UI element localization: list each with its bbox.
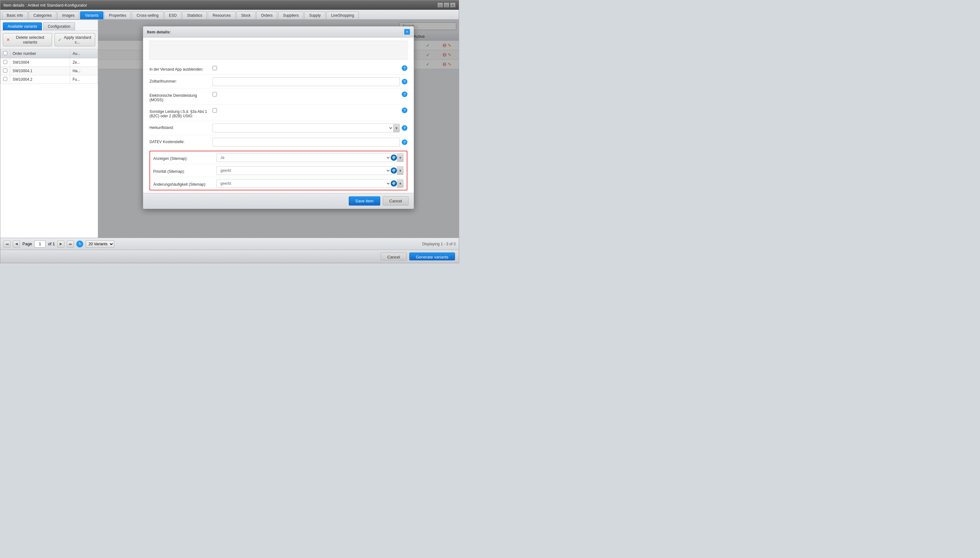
select-anderung-wrapper: geerbt 🌍 ▼ <box>216 179 404 188</box>
label-versand-app: In der Versand App ausblenden: <box>149 65 213 72</box>
modal-close-button[interactable]: × <box>404 29 410 34</box>
restore-button[interactable]: □ <box>444 3 449 8</box>
delete-variants-button[interactable]: ✕ Delete selected variants <box>3 33 52 46</box>
select-herkunftsland-wrapper: ▼ <box>213 123 400 132</box>
col-col2: Au... <box>70 49 98 58</box>
bottom-bar: ⏮ ◀ Page 1 of 1 ▶ ⏭ ↻ 20 Variants Displa… <box>0 238 459 249</box>
tab-stock[interactable]: Stock <box>236 11 255 19</box>
anzeigen-dropdown-arrow[interactable]: ▼ <box>397 153 403 162</box>
window-title: Item details : Artikel mit Standard-Konf… <box>3 3 87 8</box>
checkbox-sonstige[interactable] <box>213 108 217 113</box>
tab-statistics[interactable]: Statistics <box>182 11 207 19</box>
apply-standard-button[interactable]: ✓ Apply standard c... <box>54 33 95 46</box>
order-number-cell: SW10004.2 <box>10 75 70 84</box>
label-prioritat-sitemap: Priorität (Sitemap): <box>153 167 216 174</box>
label-elektronische: Elektronische Dienstleistung (MOSS): <box>149 92 213 102</box>
select-prioritat-sitemap[interactable]: geerbt <box>217 166 391 175</box>
modal-title: Item details: <box>147 30 171 34</box>
label-zolltarifnummer: Zolltarifnummer: <box>149 77 213 84</box>
help-icon-herkunftsland[interactable]: ? <box>402 125 407 131</box>
label-anzeigen-sitemap: Anzeigen (Sitemap): <box>153 154 216 161</box>
page-number-input[interactable]: 1 <box>34 241 45 248</box>
select-anderung-sitemap[interactable]: geerbt <box>217 179 391 188</box>
tab-suppliers[interactable]: Suppliers <box>278 11 303 19</box>
select-anzeigen-sitemap[interactable]: Ja Nein <box>217 153 391 162</box>
modal-body[interactable]: In der Versand App ausblenden: ? Zolltar… <box>143 38 414 193</box>
help-icon-zolltarifnummer[interactable]: ? <box>402 79 407 84</box>
form-row-zolltarifnummer: Zolltarifnummer: ? <box>149 75 407 89</box>
per-page-select[interactable]: 20 Variants <box>86 241 114 248</box>
tab-categories[interactable]: Categories <box>29 11 56 19</box>
of-label: of 1 <box>48 241 55 246</box>
form-row-versand-app: In der Versand App ausblenden: ? <box>149 63 407 75</box>
help-icon-versand-app[interactable]: ? <box>402 65 407 71</box>
form-row-anderung-sitemap: Änderungshäufigkeit (Sitemap): geerbt 🌍 … <box>150 177 407 190</box>
input-zolltarifnummer[interactable] <box>213 77 400 86</box>
tab-variants[interactable]: Variants <box>80 11 103 19</box>
prioritat-dropdown-arrow[interactable]: ▼ <box>397 166 403 175</box>
control-sonstige: ? <box>213 108 407 113</box>
apply-label: Apply standard c... <box>63 35 92 44</box>
footer-cancel-button[interactable]: Cancel <box>381 253 406 260</box>
tab-orders[interactable]: Orders <box>256 11 277 19</box>
next-page-button[interactable]: ▶ <box>57 241 64 248</box>
tab-resources[interactable]: Resources <box>208 11 235 19</box>
form-section: In der Versand App ausblenden: ? Zolltar… <box>143 63 414 149</box>
form-row-datev: DATEV Kostenstelle: ? <box>149 135 407 149</box>
subtab-configuration[interactable]: Configuration <box>43 22 75 30</box>
toolbar-row: ✕ Delete selected variants ✓ Apply stand… <box>0 30 98 49</box>
modal-header: Item details: × <box>143 26 414 38</box>
tab-basic-info[interactable]: Basic info <box>2 11 28 19</box>
subtab-available-variants[interactable]: Available variants <box>3 22 42 30</box>
tab-esd[interactable]: ESD <box>164 11 182 19</box>
control-prioritat-sitemap: geerbt 🌍 ▼ <box>216 166 404 175</box>
col2-cell: Ha... <box>70 67 98 75</box>
form-row-sonstige: Sonstige Leistung i.S.d. §3a Abs 1 (B2C)… <box>149 105 407 121</box>
tab-cross-selling[interactable]: Cross-selling <box>132 11 163 19</box>
help-icon-sonstige[interactable]: ? <box>402 108 407 113</box>
first-page-button[interactable]: ⏮ <box>3 241 10 248</box>
page-label: Page <box>22 241 32 246</box>
globe-icon-anzeigen: 🌍 <box>391 154 397 161</box>
minimize-button[interactable]: − <box>437 3 443 8</box>
close-button[interactable]: × <box>450 3 456 8</box>
tab-liveshopping[interactable]: LiveShopping <box>327 11 359 19</box>
refresh-button[interactable]: ↻ <box>76 241 83 248</box>
tab-supply[interactable]: Supply <box>304 11 325 19</box>
checkbox-elektronische[interactable] <box>213 92 217 97</box>
modal-cancel-button[interactable]: Cancel <box>383 196 409 205</box>
anderung-dropdown-arrow[interactable]: ▼ <box>397 179 403 188</box>
row-checkbox[interactable] <box>3 77 7 81</box>
checkbox-versand-app[interactable] <box>213 66 217 70</box>
col-order-number: Order number <box>10 49 70 58</box>
input-datev[interactable] <box>213 138 400 147</box>
select-all-checkbox[interactable] <box>3 51 7 55</box>
globe-icon-prioritat: 🌍 <box>391 167 397 174</box>
prev-page-button[interactable]: ◀ <box>13 241 20 248</box>
control-elektronische: ? <box>213 92 407 97</box>
tab-images[interactable]: Images <box>57 11 79 19</box>
globe-icon-anderung: 🌍 <box>391 181 397 187</box>
help-icon-elektronische[interactable]: ? <box>402 92 407 97</box>
last-page-button[interactable]: ⏭ <box>67 241 74 248</box>
label-sonstige: Sonstige Leistung i.S.d. §3a Abs 1 (B2C)… <box>149 108 213 118</box>
label-datev: DATEV Kostenstelle: <box>149 138 213 144</box>
herkunftsland-dropdown-arrow[interactable]: ▼ <box>393 123 399 132</box>
content-area: Available variants Configuration ✕ Delet… <box>0 20 459 238</box>
pager-info: Displaying 1 - 3 of 3 <box>422 242 456 246</box>
variants-table: Order number Au... SW10004 Ze... SW10004 <box>0 49 98 84</box>
save-item-button[interactable]: Save item <box>349 196 380 205</box>
control-herkunftsland: ▼ ? <box>213 123 407 132</box>
tab-properties[interactable]: Properties <box>104 11 131 19</box>
highlighted-sitemap-section: Anzeigen (Sitemap): Ja Nein 🌍 ▼ <box>149 151 407 190</box>
row-checkbox[interactable] <box>3 69 7 72</box>
select-anzeigen-wrapper: Ja Nein 🌍 ▼ <box>216 153 404 162</box>
row-checkbox[interactable] <box>3 60 7 64</box>
label-herkunftsland: Herkunftsland: <box>149 123 213 130</box>
generate-variants-button[interactable]: Generate variants <box>409 253 455 260</box>
help-icon-datev[interactable]: ? <box>402 140 407 145</box>
modal-footer: Save item Cancel <box>143 193 414 209</box>
select-herkunftsland[interactable] <box>213 123 393 132</box>
control-datev: ? <box>213 138 407 147</box>
table-row: SW10004.1 Ha... <box>1 67 98 75</box>
